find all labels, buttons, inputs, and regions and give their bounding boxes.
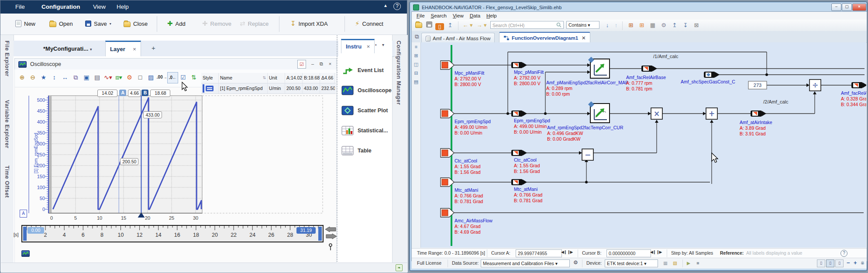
output-marker[interactable] [851, 82, 866, 88]
fit-vertical-icon[interactable]: ↕ [49, 72, 59, 83]
minimize-button[interactable]: – [831, 3, 841, 11]
find-previous-icon[interactable]: ↑ [612, 21, 620, 29]
settings-icon[interactable]: ⚙ [659, 21, 668, 29]
menu-item-data[interactable]: Data [467, 13, 483, 18]
sidebar-item-configuration-manager[interactable]: Configuration Manager [396, 41, 402, 105]
export-icon[interactable]: ↥ [446, 21, 455, 29]
signal-marker[interactable] [751, 111, 766, 117]
play-icon[interactable]: ▶ [687, 260, 690, 266]
ruler-start-handle[interactable] [23, 227, 27, 241]
cursor-b-badge[interactable]: B [141, 90, 148, 96]
tab-my-configuration[interactable]: *MyConfigurati... ▾ [39, 41, 96, 56]
close-icon[interactable]: × [326, 60, 334, 68]
save-icon[interactable] [425, 21, 434, 29]
sidebar-item-file-explorer[interactable]: File Explorer [4, 41, 10, 76]
add-button[interactable]: ✚Add [167, 18, 186, 29]
cursor-a-badge[interactable]: A [119, 90, 126, 96]
instrument-item-scatterplot[interactable]: Scatter Plot [341, 102, 393, 119]
sidebar-toggle-icon[interactable]: ⧉ [413, 33, 421, 41]
layout-icon[interactable]: ⧈▾ [114, 72, 124, 83]
layout-left-icon[interactable]: ▯ [817, 259, 825, 267]
connect-button[interactable]: ⚡Connect [355, 18, 383, 29]
ebook-icon[interactable]: ▯ [435, 23, 444, 30]
tab-dropdown-icon[interactable]: ▾ [90, 47, 92, 52]
instrument-item-statistical[interactable]: Statistical... [341, 122, 393, 139]
device-dropdown[interactable]: ETK test device:1 ▾ [605, 259, 658, 267]
column-header-b1868[interactable]: B:18.68 [303, 73, 320, 83]
pin-icon[interactable]: ▪ [375, 42, 377, 47]
column-header-unit[interactable]: Unit [268, 73, 285, 83]
map-block[interactable] [588, 57, 610, 78]
style-cell[interactable] [201, 83, 219, 93]
maximize-button[interactable]: ▢ [842, 3, 852, 11]
menu-item-view[interactable]: View [450, 13, 467, 18]
sort-icon[interactable]: ⇅ [262, 73, 266, 83]
panel-menu-icon[interactable]: ▾ [382, 42, 384, 47]
save-button[interactable]: Save▾ [85, 18, 111, 29]
tab-close-icon[interactable]: ✕ [582, 35, 586, 41]
cursor-a-step-buttons[interactable]: ◀❙ ❙▶ [561, 250, 572, 254]
record-config-icon[interactable]: ▧ [673, 260, 677, 266]
decrease-decimals-icon[interactable]: .0← [167, 72, 178, 83]
open-icon[interactable] [414, 21, 423, 29]
record-icon[interactable]: ▦ [663, 260, 668, 266]
help-icon[interactable]: ? [840, 250, 847, 257]
strip-icon-1[interactable]: ⊞ [412, 51, 420, 60]
curve-block[interactable] [588, 101, 610, 123]
filter-icon[interactable]: ⊠ [692, 21, 701, 29]
column-header-466[interactable]: Δ4.66 [320, 73, 335, 83]
close-button[interactable]: × [852, 3, 866, 11]
goto-diagram-icon[interactable]: ⊞ [637, 21, 646, 29]
time-ruler[interactable]: 246810121416182022242628300.0031.19 [21, 225, 324, 242]
search-input[interactable]: Search (Ctrl+H) [490, 21, 564, 29]
constant-marker[interactable] [704, 72, 720, 78]
new-button[interactable]: New [15, 18, 35, 29]
strip-icon-2[interactable]: ◫ [412, 60, 420, 69]
search-filter-dropdown[interactable]: Contains ▾ [566, 21, 599, 29]
oscilloscope-mini-icon[interactable] [21, 250, 30, 257]
constant-273-block[interactable]: 273 [748, 81, 767, 89]
expand-icon[interactable]: ↥ [670, 21, 679, 29]
print-icon[interactable]: ▤ [92, 72, 102, 83]
measure-check-icon[interactable]: ☑ [297, 60, 306, 69]
chart-mode-icon[interactable]: ▨ [146, 72, 156, 83]
signal-marker[interactable] [511, 111, 527, 117]
data-source-settings-gear-icon[interactable]: ⚙ [573, 259, 578, 266]
title-bar[interactable]: EHANDBOOK-NAVIGATOR - Flex_gensvg_LevelS… [411, 3, 866, 11]
sidebar-item-variable-explorer[interactable]: Variable Explorer [4, 100, 10, 149]
copy-icon[interactable]: ⧉ [71, 72, 81, 83]
open-button[interactable]: Open [49, 18, 73, 29]
instruments-close-icon[interactable]: × [367, 43, 370, 50]
column-header-name[interactable]: Name⇅ [219, 73, 268, 83]
replace-button[interactable]: ⇄Replace [240, 18, 269, 29]
back-icon[interactable]: ← ▾ [462, 21, 474, 29]
increase-decimals-icon[interactable]: .00→ [157, 72, 167, 83]
signal-marker[interactable] [511, 179, 527, 185]
table-row[interactable]: [1] Epm_rpmEngSpdU/min200.50433.00232.50 [201, 83, 336, 94]
save-image-icon[interactable]: ▣ [82, 72, 92, 83]
divide-block[interactable]: ÷ [809, 79, 821, 91]
layout-right-icon[interactable]: ▯ [835, 259, 844, 267]
strip-icon-0[interactable]: ≡ [412, 42, 420, 51]
zoom-fit-icon[interactable]: ★ [38, 72, 48, 83]
add-block[interactable]: + [706, 108, 717, 119]
fit-horizontal-icon[interactable]: ↔ [60, 72, 70, 83]
strip-icon-4[interactable]: ▤ [412, 77, 420, 86]
menu-item-configuration[interactable]: Configuration [40, 0, 82, 14]
menu-item-search[interactable]: Search [428, 13, 450, 18]
cursor-b-input[interactable]: 0.000000000 [606, 249, 651, 257]
minimize-icon[interactable]: – [309, 60, 317, 68]
signal-config-icon[interactable]: ∿▾ [103, 72, 113, 83]
zoom-out-button[interactable]: − [847, 259, 850, 266]
table-config-icon[interactable]: ☑ [178, 72, 188, 83]
stop-icon[interactable]: ■ [696, 260, 699, 266]
help-icon[interactable]: ? [393, 3, 401, 10]
find-next-icon[interactable]: ↓ [603, 21, 612, 29]
signal-marker[interactable] [511, 150, 527, 156]
cursor-b-step-buttons[interactable]: ◀❙ ❙▶ [650, 250, 661, 254]
new-tab-button[interactable]: + [152, 44, 155, 52]
instrument-item-oscilloscope[interactable]: Oscilloscope [341, 82, 393, 99]
collapse-ribbon-icon[interactable]: ▲ [383, 3, 388, 8]
settings-gear-icon[interactable]: ⚙ [124, 72, 134, 83]
goto-function-icon[interactable]: ⊞ [627, 21, 635, 29]
